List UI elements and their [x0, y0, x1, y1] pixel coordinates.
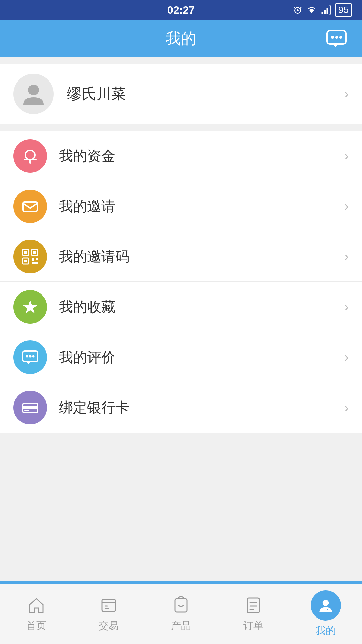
alarm-icon: [293, 5, 303, 15]
nav-item-mine[interactable]: 我的: [290, 584, 362, 644]
profile-row[interactable]: 缪氏川菜 ›: [0, 64, 362, 124]
menu-label-funds: 我的资金: [59, 147, 115, 165]
chevron-icon-invite: ›: [344, 199, 349, 214]
dish-icon: [13, 139, 47, 173]
chevron-icon-fav: ›: [344, 299, 349, 314]
svg-rect-23: [32, 262, 38, 264]
chevron-icon-bank: ›: [344, 400, 349, 415]
svg-rect-32: [102, 599, 115, 611]
nav-indicator: [0, 581, 362, 584]
chevron-icon-invcode: ›: [344, 249, 349, 264]
svg-rect-18: [33, 251, 36, 254]
menu-label-bank: 绑定银行卡: [59, 398, 129, 417]
profile-chevron-icon: ›: [344, 86, 349, 101]
svg-rect-33: [175, 599, 187, 612]
message-button[interactable]: [323, 25, 350, 52]
chevron-icon-review: ›: [344, 350, 349, 365]
status-bar: 02:27 95: [0, 0, 362, 20]
nav-label-product: 产品: [171, 619, 191, 633]
card-icon: [13, 391, 47, 424]
star-icon: [13, 290, 47, 324]
menu-item-funds[interactable]: 我的资金 ›: [0, 131, 362, 181]
svg-point-27: [29, 355, 32, 357]
svg-point-9: [339, 36, 342, 39]
page-title: 我的: [166, 28, 196, 49]
nav-label-trade: 交易: [99, 619, 119, 633]
nav-item-product[interactable]: 产品: [145, 584, 217, 644]
chat-icon: [13, 340, 47, 374]
svg-rect-5: [329, 6, 331, 14]
svg-rect-31: [24, 410, 29, 411]
nav-item-home[interactable]: 首页: [0, 584, 72, 644]
svg-point-36: [323, 600, 329, 606]
svg-point-7: [331, 36, 334, 39]
svg-point-10: [28, 85, 39, 95]
signal-icon: [321, 5, 331, 15]
svg-rect-22: [36, 258, 38, 260]
nav-item-trade[interactable]: 交易: [72, 584, 145, 644]
profile-name: 缪氏川菜: [67, 84, 126, 104]
svg-point-11: [25, 150, 35, 160]
battery-level: 95: [335, 3, 352, 17]
menu-item-review[interactable]: 我的评价 ›: [0, 332, 362, 382]
header: 我的: [0, 20, 362, 57]
menu-item-invcode[interactable]: 我的邀请码 ›: [0, 231, 362, 282]
avatar: [13, 74, 54, 114]
svg-point-26: [26, 355, 28, 357]
svg-rect-14: [23, 202, 37, 211]
mine-active-icon: [311, 590, 341, 621]
avatar-icon: [20, 80, 47, 107]
svg-marker-1: [309, 10, 314, 13]
svg-point-37: [327, 609, 328, 610]
svg-marker-24: [23, 301, 37, 313]
menu-label-review: 我的评价: [59, 348, 115, 367]
menu-label-invcode: 我的邀请码: [59, 247, 129, 266]
chevron-icon-funds: ›: [344, 148, 349, 163]
status-time: 02:27: [167, 4, 195, 16]
svg-rect-30: [23, 406, 38, 409]
nav-item-order[interactable]: 订单: [217, 584, 290, 644]
svg-rect-3: [324, 10, 326, 14]
menu-item-invite[interactable]: 我的邀请 ›: [0, 181, 362, 231]
bottom-nav: 首页 交易 产品 订单 我的: [0, 581, 362, 644]
wifi-icon: [307, 5, 317, 15]
svg-rect-2: [321, 12, 323, 14]
menu-label-invite: 我的邀请: [59, 197, 115, 216]
svg-rect-16: [24, 251, 27, 254]
svg-rect-4: [326, 8, 328, 14]
menu-item-bank[interactable]: 绑定银行卡 ›: [0, 382, 362, 433]
svg-point-8: [335, 36, 338, 39]
svg-point-34: [180, 598, 182, 599]
nav-items-container: 首页 交易 产品 订单 我的: [0, 584, 362, 644]
svg-point-28: [32, 355, 35, 357]
menu-item-fav[interactable]: 我的收藏 ›: [0, 282, 362, 332]
nav-label-home: 首页: [26, 619, 46, 633]
nav-label-order: 订单: [243, 619, 263, 633]
qr-icon: [13, 240, 47, 273]
mail-icon: [13, 190, 47, 223]
svg-rect-21: [32, 258, 34, 261]
svg-rect-35: [247, 598, 259, 613]
status-icons: 95: [293, 3, 352, 17]
menu-list: 我的资金 › 我的邀请 › 我的邀请码 › 我的收藏 › 我的评价 › 绑定银行…: [0, 131, 362, 433]
menu-label-fav: 我的收藏: [59, 298, 115, 316]
svg-rect-20: [24, 260, 27, 262]
nav-label-mine: 我的: [316, 624, 336, 638]
